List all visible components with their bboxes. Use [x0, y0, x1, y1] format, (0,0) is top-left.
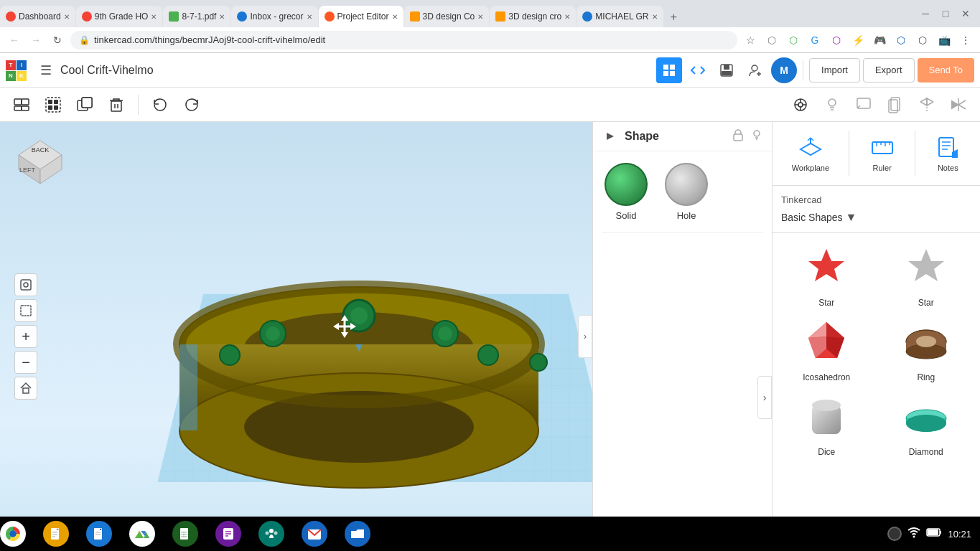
zoom-in-button[interactable]: +	[14, 325, 37, 348]
hamburger-menu[interactable]: ☰	[37, 62, 55, 79]
taskbar-chrome-icon[interactable]	[0, 521, 26, 547]
extension-icon-4[interactable]: ⬡	[828, 32, 845, 49]
shape-item-ring[interactable]: Ring	[881, 316, 972, 382]
close-window-button[interactable]: ✕	[957, 5, 974, 22]
shape-thumb-dice	[798, 391, 855, 441]
extension-icon-3[interactable]: G	[806, 32, 823, 49]
camera-view-button[interactable]	[788, 92, 813, 118]
category-dropdown[interactable]: Basic Shapes ▼	[781, 211, 971, 224]
send-to-button[interactable]: Send To	[918, 58, 974, 83]
code-blocks-button[interactable]	[685, 57, 711, 83]
forward-button[interactable]: →	[27, 32, 45, 49]
taskbar-files-icon[interactable]	[43, 521, 69, 547]
shape-item-star1[interactable]: Star	[781, 242, 872, 308]
extension-icon-7[interactable]: ⬡	[892, 32, 910, 49]
cast-icon[interactable]: 📺	[935, 32, 953, 49]
tab-close-9th[interactable]: ✕	[151, 13, 157, 21]
notes-icon	[935, 135, 961, 161]
svg-point-7	[752, 65, 757, 71]
tab-close-dashboard[interactable]: ✕	[64, 13, 70, 21]
ungroup-tool-button[interactable]	[40, 92, 66, 118]
tab-mich[interactable]: MICHAEL GR ✕	[577, 6, 663, 27]
tab-close-3d1[interactable]: ✕	[477, 13, 483, 21]
new-tab-button[interactable]: +	[664, 7, 684, 27]
taskbar-notes-icon[interactable]	[215, 521, 241, 547]
url-bar[interactable]: 🔒 tinkercad.com/things/becmrJAoj9t-cool-…	[70, 31, 737, 50]
canvas-area[interactable]: BACK LEFT + −	[0, 122, 772, 551]
notes-tool[interactable]: Notes	[928, 131, 968, 176]
delete-tool-button[interactable]	[103, 92, 129, 118]
minimize-button[interactable]: ─	[917, 5, 934, 22]
grid-view-button[interactable]	[656, 57, 682, 83]
taskbar-classroom-icon[interactable]	[258, 521, 284, 547]
copy-button[interactable]	[882, 92, 908, 118]
extension-icon-1[interactable]: ⬡	[763, 32, 780, 49]
lock-shape-button[interactable]	[732, 128, 745, 144]
import-button[interactable]: Import	[809, 58, 860, 83]
add-user-button[interactable]	[742, 57, 768, 83]
taskbar-docs-icon[interactable]	[86, 521, 112, 547]
tab-close-inbox[interactable]: ✕	[307, 13, 312, 21]
shape-thumb-icosahedron	[798, 316, 855, 367]
tab-close-mich[interactable]: ✕	[652, 13, 658, 21]
ruler-tool[interactable]: Ruler	[862, 131, 902, 176]
user-avatar[interactable]: M	[771, 57, 797, 83]
shape-item-dice[interactable]: Dice	[781, 391, 872, 457]
svg-rect-0	[663, 65, 668, 70]
zoom-to-fit-button[interactable]	[14, 273, 37, 296]
back-button[interactable]: ←	[6, 32, 23, 49]
taskbar-drive-icon[interactable]	[129, 521, 155, 547]
canvas-scroll-arrow[interactable]: ›	[578, 315, 592, 358]
ruler-label: Ruler	[873, 164, 892, 172]
tab-close-proj[interactable]: ✕	[392, 13, 398, 21]
taskbar-sheets-icon[interactable]	[172, 521, 198, 547]
shape-lightbulb-button[interactable]	[750, 128, 763, 144]
redo-button[interactable]	[179, 92, 205, 118]
wifi-icon	[907, 527, 920, 541]
home-view-button[interactable]	[14, 377, 37, 400]
tab-close-3d2[interactable]: ✕	[564, 13, 570, 21]
save-button[interactable]	[714, 57, 739, 83]
bookmark-icon[interactable]: ☆	[742, 32, 759, 49]
zoom-out-button[interactable]: −	[14, 351, 37, 374]
svg-rect-77	[734, 134, 742, 141]
tab-proj[interactable]: Project Editor ✕	[319, 6, 403, 27]
shape-item-star2[interactable]: Star	[881, 242, 972, 308]
reload-button[interactable]: ↻	[49, 32, 66, 49]
select-all-button[interactable]	[14, 299, 37, 322]
taskbar-folder-icon[interactable]	[345, 521, 370, 547]
solid-shape-option[interactable]: Solid	[605, 163, 648, 221]
extension-icon-6[interactable]: 🎮	[871, 32, 888, 49]
shape-item-diamond[interactable]: Diamond	[881, 391, 972, 457]
tab-3d1[interactable]: 3D design Co ✕	[404, 6, 490, 27]
extension-icon-2[interactable]: ⬡	[785, 32, 802, 49]
right-panel-scroll-arrow[interactable]: ›	[757, 376, 772, 419]
shape-item-icosahedron[interactable]: Icosahedron	[781, 316, 872, 382]
workplane-tool[interactable]: Workplane	[785, 131, 836, 176]
export-button[interactable]: Export	[863, 58, 915, 83]
browser-tabs-bar: Dashboard ✕ 9th Grade HO ✕ 8-7-1.pdf ✕ I…	[0, 0, 980, 27]
view-cube[interactable]: BACK LEFT	[11, 133, 69, 194]
extension-icon-5[interactable]: ⚡	[849, 32, 867, 49]
tab-dashboard[interactable]: Dashboard ✕	[0, 6, 75, 27]
flip-button[interactable]	[914, 92, 940, 118]
taskbar-gmail-icon[interactable]	[302, 521, 327, 547]
duplicate-tool-button[interactable]	[72, 92, 98, 118]
comment-button[interactable]	[851, 92, 877, 118]
tab-8-7[interactable]: 8-7-1.pdf ✕	[163, 6, 230, 27]
maximize-button[interactable]: □	[937, 5, 954, 22]
tinkercad-logo[interactable]: T I N K	[6, 60, 26, 80]
light-bulb-button[interactable]	[819, 92, 845, 118]
more-options-icon[interactable]: ⋮	[957, 32, 974, 49]
collapse-panel-button[interactable]	[602, 128, 619, 145]
group-tool-button[interactable]	[9, 92, 34, 118]
extension-icon-8[interactable]: ⬡	[914, 32, 931, 49]
tab-inbox[interactable]: Inbox - grecor ✕	[231, 6, 317, 27]
mirror-icon	[950, 96, 967, 113]
undo-button[interactable]	[147, 92, 173, 118]
tab-9th[interactable]: 9th Grade HO ✕	[76, 6, 163, 27]
hole-shape-option[interactable]: Hole	[665, 163, 708, 221]
tab-3d2[interactable]: 3D design cro ✕	[490, 6, 576, 27]
tab-close-8-7[interactable]: ✕	[219, 13, 225, 21]
mirror-button[interactable]	[946, 92, 971, 118]
